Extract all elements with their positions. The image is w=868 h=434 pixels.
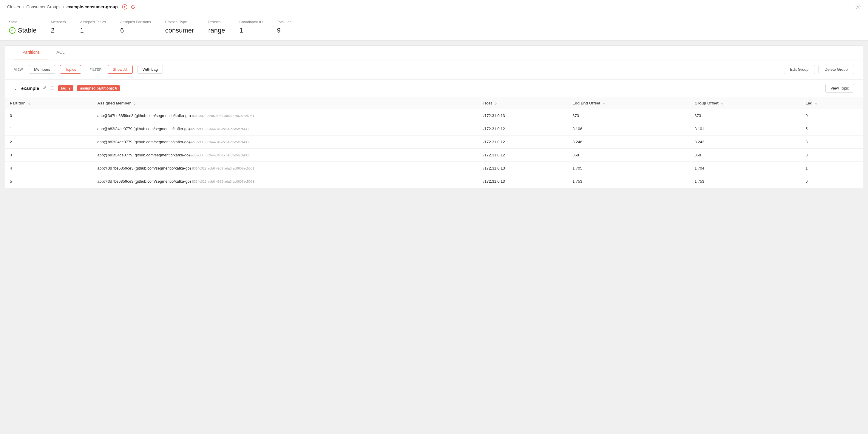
breadcrumb-cluster[interactable]: Cluster	[7, 4, 20, 9]
table-row: 4 app@3d7be6859ce3 (github.com/segmentio…	[5, 162, 863, 175]
stat-protocol: Protocol range	[208, 20, 225, 34]
cell-host: /172.31.0.13	[479, 175, 568, 188]
cell-group-offset: 373	[690, 109, 801, 122]
assigned-topics-value: 1	[80, 27, 106, 34]
col-host[interactable]: Host	[479, 97, 568, 109]
cell-partition: 0	[5, 109, 92, 122]
topics-button[interactable]: Topics	[60, 65, 81, 74]
cell-lag: 0	[801, 149, 863, 162]
partitions-table: Partition Assigned Member Host	[5, 97, 863, 188]
cell-member: app@b83f34ce0779 (github.com/segmentio/k…	[92, 136, 478, 149]
total-lag-value: 9	[277, 27, 292, 34]
state-label: State	[9, 20, 36, 24]
stat-assigned-partitions: Assigned Partitions 6	[120, 20, 151, 34]
breadcrumb: Cluster › Consumer Groups › example-cons…	[0, 0, 868, 14]
stat-assigned-topics: Assigned Topics 1	[80, 20, 106, 34]
topic-header: ⌄ example lag: 9 assigned partitions: 6 …	[5, 80, 863, 97]
cell-member: app@3d7be6859ce3 (github.com/segmentio/k…	[92, 162, 478, 175]
coordinator-id-label: Coordinator ID	[240, 20, 263, 24]
cell-lag: 1	[801, 162, 863, 175]
cell-lag: 3	[801, 136, 863, 149]
edit-group-button[interactable]: Edit Group	[784, 65, 815, 74]
cell-member: app@3d7be6859ce3 (github.com/segmentio/k…	[92, 175, 478, 188]
stats-bar: State ✓ Stable Members 2 Assigned Topics…	[0, 14, 868, 40]
cell-partition: 1	[5, 122, 92, 136]
partitions-badge: assigned partitions: 6	[77, 85, 120, 91]
assigned-topics-label: Assigned Topics	[80, 20, 106, 24]
cell-log-end-offset: 3 106	[568, 122, 690, 136]
partition-sort-icon	[28, 102, 31, 105]
cell-host: /172.31.0.13	[479, 109, 568, 122]
cell-log-end-offset: 3 246	[568, 136, 690, 149]
col-assigned-member[interactable]: Assigned Member	[92, 97, 478, 109]
host-sort-icon	[494, 102, 497, 105]
cell-log-end-offset: 1 705	[568, 162, 690, 175]
log-end-offset-sort-icon	[602, 102, 606, 105]
filter-label: FILTER	[90, 68, 102, 71]
col-log-end-offset[interactable]: Log End Offset	[568, 97, 690, 109]
table-row: 3 app@b83f34ce0779 (github.com/segmentio…	[5, 149, 863, 162]
show-all-button[interactable]: Show All	[108, 65, 133, 74]
coordinator-id-value: 1	[240, 27, 263, 34]
tab-acl[interactable]: ACL	[48, 46, 73, 59]
members-value: 2	[51, 27, 66, 34]
cell-host: /172.31.0.12	[479, 149, 568, 162]
svg-rect-3	[51, 87, 54, 89]
breadcrumb-consumer-groups[interactable]: Consumer Groups	[26, 4, 60, 9]
play-icon[interactable]	[122, 4, 127, 9]
table-row: 1 app@b83f34ce0779 (github.com/segmentio…	[5, 122, 863, 136]
stat-members: Members 2	[51, 20, 66, 34]
view-topic-button[interactable]: View Topic	[825, 84, 854, 92]
cell-group-offset: 1 753	[690, 175, 801, 188]
collapse-chevron[interactable]: ⌄	[14, 86, 18, 91]
table-row: 5 app@3d7be6859ce3 (github.com/segmentio…	[5, 175, 863, 188]
delete-group-button[interactable]: Delete Group	[818, 65, 854, 74]
svg-marker-1	[124, 6, 126, 8]
with-lag-button[interactable]: With Lag	[137, 65, 163, 74]
cell-host: /172.31.0.13	[479, 162, 568, 175]
cell-partition: 5	[5, 175, 92, 188]
protocol-value: range	[208, 27, 225, 34]
cell-lag: 0	[801, 109, 863, 122]
table-row: 2 app@b83f34ce0779 (github.com/segmentio…	[5, 136, 863, 149]
breadcrumb-current: example-consumer-group	[66, 4, 118, 9]
toolbar: VIEW Members Topics FILTER Show All With…	[5, 59, 863, 80]
svg-point-2	[858, 6, 859, 7]
assigned-partitions-value: 6	[120, 27, 151, 34]
cell-lag: 0	[801, 175, 863, 188]
settings-icon[interactable]	[856, 4, 861, 10]
topic-edit-icon[interactable]	[43, 86, 47, 91]
cell-log-end-offset: 373	[568, 109, 690, 122]
lag-badge: lag: 9	[58, 85, 73, 91]
breadcrumb-sep-2: ›	[63, 5, 64, 9]
view-label: VIEW	[14, 68, 23, 71]
cell-member: app@b83f34ce0779 (github.com/segmentio/k…	[92, 122, 478, 136]
state-value: ✓ Stable	[9, 27, 36, 34]
stat-protocol-type: Protocol Type consumer	[165, 20, 194, 34]
col-group-offset[interactable]: Group Offset	[690, 97, 801, 109]
tab-partitions[interactable]: Partitions	[14, 46, 48, 59]
cell-partition: 4	[5, 162, 92, 175]
cell-log-end-offset: 1 753	[568, 175, 690, 188]
total-lag-label: Total Lag	[277, 20, 292, 24]
refresh-icon[interactable]	[130, 4, 136, 9]
cell-member: app@3d7be6859ce3 (github.com/segmentio/k…	[92, 109, 478, 122]
cell-group-offset: 3 243	[690, 136, 801, 149]
member-sort-icon	[133, 102, 136, 105]
topic-name: example	[21, 86, 39, 91]
cell-lag: 5	[801, 122, 863, 136]
members-button[interactable]: Members	[29, 65, 55, 74]
stat-coordinator-id: Coordinator ID 1	[240, 20, 263, 34]
breadcrumb-sep-1: ›	[23, 5, 24, 9]
cell-group-offset: 3 101	[690, 122, 801, 136]
stat-total-lag: Total Lag 9	[277, 20, 292, 34]
table-row: 0 app@3d7be6859ce3 (github.com/segmentio…	[5, 109, 863, 122]
col-lag[interactable]: Lag	[801, 97, 863, 109]
col-partition[interactable]: Partition	[5, 97, 92, 109]
cell-group-offset: 1 704	[690, 162, 801, 175]
stable-icon: ✓	[9, 27, 16, 34]
topic-delete-icon[interactable]	[51, 86, 55, 91]
cell-partition: 3	[5, 149, 92, 162]
assigned-partitions-label: Assigned Partitions	[120, 20, 151, 24]
protocol-label: Protocol	[208, 20, 225, 24]
